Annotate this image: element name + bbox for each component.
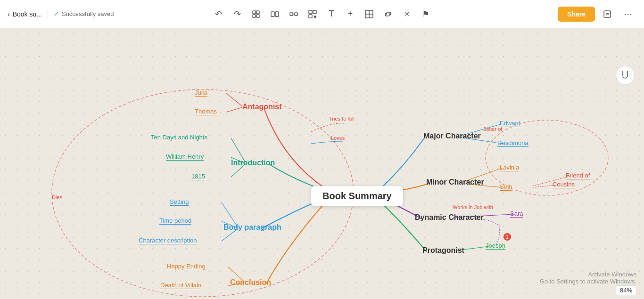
header: ‹ Book su... ✓ Successfully saved ↶ ↷ — [0, 0, 644, 28]
leaf-char-desc[interactable]: Character description — [139, 237, 197, 244]
toolbar: ↶ ↷ — [210, 6, 434, 23]
app-title: Book su... — [13, 10, 42, 18]
header-separator — [48, 8, 48, 20]
back-button[interactable]: ‹ Book su... — [8, 10, 42, 18]
activate-windows-line2: Go to Settings to activate Windows. — [540, 278, 636, 285]
save-status: ✓ Successfully saved — [54, 10, 114, 17]
save-status-text: Successfully saved — [62, 10, 114, 17]
svg-rect-4 — [271, 12, 274, 16]
svg-rect-6 — [290, 13, 293, 16]
external-link-button[interactable] — [599, 6, 616, 23]
highlight-button[interactable]: ✳ — [398, 6, 415, 23]
svg-rect-9 — [309, 10, 312, 14]
svg-text:Works in Job with: Works in Job with — [453, 204, 493, 210]
leaf-lavinia[interactable]: Lavinia — [500, 164, 519, 171]
activate-windows-line1: Activate Windows — [540, 271, 636, 278]
split-button[interactable] — [266, 6, 283, 23]
table-button[interactable] — [361, 6, 378, 23]
branch-body[interactable]: Body paragraph — [223, 223, 281, 232]
leaf-setting[interactable]: Setting — [170, 198, 189, 206]
leaf-desdimona[interactable]: Desdimona — [497, 139, 528, 147]
undo-button[interactable]: ↶ — [210, 6, 227, 23]
back-icon: ‹ — [8, 10, 10, 18]
svg-rect-0 — [253, 11, 256, 14]
branch-antagonist[interactable]: Antagonist — [242, 103, 282, 111]
leaf-william-henry[interactable]: William Henry — [166, 153, 204, 161]
activate-windows-notice: Activate Windows Go to Settings to activ… — [540, 271, 636, 285]
branch-major[interactable]: Major Character — [423, 132, 481, 140]
leaf-sara[interactable]: Sara — [510, 210, 523, 218]
svg-rect-5 — [275, 12, 279, 16]
share-button[interactable]: Share — [558, 7, 595, 22]
svg-rect-12 — [314, 16, 316, 18]
branch-minor[interactable]: Minor Character — [426, 178, 484, 186]
zoom-value: 84% — [620, 287, 632, 294]
leaf-1815[interactable]: 1815 — [191, 173, 205, 180]
svg-rect-7 — [295, 13, 297, 16]
branch-introduction[interactable]: Introduction — [231, 159, 275, 167]
branch-dynamic[interactable]: Dynamic Character — [415, 213, 484, 222]
leaf-joesph[interactable]: Joesph — [486, 242, 505, 250]
leaf-time-period[interactable]: Time period — [159, 217, 191, 225]
frame-button[interactable] — [248, 6, 264, 23]
more-options-button[interactable]: ⋯ — [619, 6, 636, 23]
center-label: Book Summary — [322, 191, 392, 201]
add-button[interactable]: + — [342, 6, 359, 23]
redo-button[interactable]: ↷ — [229, 6, 246, 23]
header-right: Share ⋯ — [558, 6, 636, 23]
svg-rect-11 — [309, 15, 312, 18]
svg-rect-3 — [256, 15, 259, 17]
leaf-death-villain[interactable]: Death of Villain — [160, 282, 201, 289]
leaf-ten-days[interactable]: Ten Days and Nights — [151, 134, 207, 141]
leaf-edward[interactable]: Edward — [500, 120, 520, 127]
leaf-seth[interactable]: Seth — [500, 183, 512, 191]
leaf-cousins[interactable]: Cousins — [553, 181, 575, 188]
svg-text:Dies: Dies — [52, 194, 63, 200]
svg-line-22 — [226, 93, 242, 106]
svg-text:Tries to Kill: Tries to Kill — [329, 116, 355, 121]
svg-text:Loves: Loves — [331, 135, 345, 141]
branch-conclusion[interactable]: Conclusion — [230, 278, 271, 287]
leaf-happy-ending[interactable]: Happy Ending — [167, 263, 206, 270]
style-button[interactable] — [304, 6, 321, 23]
svg-text:1: 1 — [506, 234, 509, 240]
magnet-button[interactable] — [616, 66, 635, 85]
check-icon: ✓ — [54, 10, 59, 17]
center-node[interactable]: Book Summary — [311, 186, 403, 206]
branch-protagonist[interactable]: Protagonist — [422, 246, 464, 255]
svg-rect-2 — [253, 15, 256, 17]
leaf-friend-of[interactable]: Friend of — [566, 172, 590, 179]
mindmap-svg: Tries to Kill Loves Sister of Works in J… — [0, 28, 644, 299]
zoom-indicator: 84% — [616, 285, 636, 295]
leaf-thomas[interactable]: Thomas — [195, 108, 217, 115]
pin-button[interactable]: ⚑ — [417, 6, 434, 23]
canvas[interactable]: Tries to Kill Loves Sister of Works in J… — [0, 28, 644, 299]
text-button[interactable]: T — [323, 6, 340, 23]
connect-button[interactable] — [285, 6, 302, 23]
svg-rect-10 — [313, 10, 316, 14]
svg-line-23 — [226, 107, 242, 112]
link-button[interactable] — [380, 6, 396, 23]
svg-rect-1 — [256, 11, 259, 14]
leaf-julia[interactable]: Julia — [195, 89, 207, 97]
